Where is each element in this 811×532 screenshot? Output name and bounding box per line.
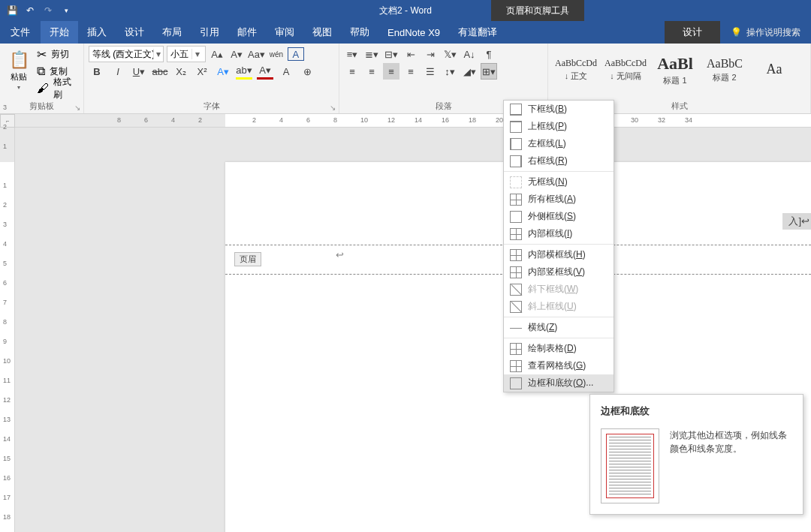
- brush-icon: 🖌: [37, 82, 49, 95]
- border-pattern-icon: [510, 176, 522, 188]
- strikethrough-button[interactable]: abc: [152, 63, 168, 80]
- tab-view[interactable]: 视图: [303, 21, 341, 44]
- text-direction-button[interactable]: 𝕏▾: [442, 46, 458, 62]
- border-menu-item[interactable]: 外侧框线(S): [504, 208, 614, 225]
- border-pattern-icon: [510, 121, 522, 133]
- border-menu-item[interactable]: 边框和底纹(O)...: [504, 374, 614, 392]
- multilevel-button[interactable]: ⊟▾: [383, 46, 399, 62]
- font-size-combo[interactable]: 小五▾: [167, 46, 206, 62]
- align-left-button[interactable]: ≡: [344, 63, 360, 80]
- border-menu-item[interactable]: 绘制表格(D): [504, 340, 614, 357]
- border-pattern-icon: [510, 266, 522, 278]
- lightbulb-icon: 💡: [731, 27, 742, 38]
- distribute-button[interactable]: ☰: [422, 63, 439, 80]
- char-shading-button[interactable]: A: [278, 63, 294, 80]
- ruler-corner: ⌐: [0, 114, 15, 128]
- style-item-2[interactable]: AaBl标题 1: [652, 49, 698, 91]
- redo-icon[interactable]: ↷: [41, 3, 56, 18]
- border-menu-item: 斜上框线(U): [504, 298, 614, 315]
- scissors-icon: ✂: [37, 47, 47, 62]
- align-center-button[interactable]: ≡: [363, 63, 380, 80]
- char-border-button[interactable]: A: [288, 47, 304, 61]
- enclose-char-button[interactable]: ⊕: [299, 63, 315, 80]
- title-bar: 💾 ↶ ↷ ▾ 文档2 - Word 页眉和页脚工具: [0, 0, 811, 21]
- paste-button[interactable]: 📋 粘贴 ▾: [5, 46, 34, 95]
- bullets-button[interactable]: ≡▾: [344, 46, 360, 62]
- border-pattern-icon: [510, 211, 522, 223]
- border-pattern-icon: [510, 249, 522, 261]
- tooltip-title: 边框和底纹: [601, 405, 792, 418]
- border-menu-item[interactable]: 左框线(L): [504, 135, 614, 152]
- underline-button[interactable]: U▾: [131, 63, 147, 80]
- highlight-button[interactable]: ab▾: [236, 63, 252, 80]
- font-color-button[interactable]: A▾: [257, 63, 273, 80]
- format-painter-button[interactable]: 🖌格式刷: [37, 80, 79, 97]
- tab-youdao[interactable]: 有道翻译: [449, 21, 506, 44]
- borders-button[interactable]: ⊞▾: [481, 63, 497, 80]
- border-pattern-icon: [510, 377, 522, 389]
- grow-font-button[interactable]: A▴: [209, 46, 225, 62]
- style-item-0[interactable]: AaBbCcDd↓ 正文: [553, 49, 599, 91]
- border-menu-item[interactable]: 上框线(P): [504, 118, 614, 135]
- border-pattern-icon: [510, 228, 522, 240]
- sort-button[interactable]: A↓: [461, 46, 478, 62]
- border-menu-item[interactable]: 所有框线(A): [504, 191, 614, 208]
- increase-indent-button[interactable]: ⇥: [422, 46, 439, 62]
- border-menu-item[interactable]: 内部横框线(H): [504, 246, 614, 263]
- superscript-button[interactable]: X²: [194, 63, 210, 80]
- borders-shading-tooltip: 边框和底纹 浏览其他边框选项，例如线条颜色和线条宽度。: [589, 394, 803, 515]
- phonetic-guide-button[interactable]: wén: [268, 46, 285, 62]
- border-menu-item[interactable]: 下框线(B): [504, 101, 614, 118]
- font-launcher[interactable]: ↘: [330, 104, 336, 112]
- tab-layout[interactable]: 布局: [153, 21, 191, 44]
- tab-home[interactable]: 开始: [41, 21, 78, 44]
- cut-button[interactable]: ✂剪切: [37, 46, 79, 62]
- decrease-indent-button[interactable]: ⇤: [402, 46, 419, 62]
- tab-design[interactable]: 设计: [116, 21, 153, 44]
- tab-review[interactable]: 审阅: [266, 21, 303, 44]
- border-pattern-icon: [510, 104, 522, 116]
- quick-access-toolbar: 💾 ↶ ↷ ▾: [0, 3, 78, 18]
- clipboard-launcher[interactable]: ↘: [74, 104, 80, 112]
- tab-endnote[interactable]: EndNote X9: [378, 21, 449, 44]
- shading-button[interactable]: ◢▾: [461, 63, 478, 80]
- justify-button[interactable]: ≡: [402, 63, 419, 80]
- tab-insert[interactable]: 插入: [78, 21, 116, 44]
- border-pattern-icon: [510, 360, 522, 372]
- tab-references[interactable]: 引用: [191, 21, 228, 44]
- tab-file[interactable]: 文件: [0, 21, 41, 44]
- tab-context-design[interactable]: 设计: [665, 21, 720, 44]
- clipboard-icon: 📋: [9, 50, 29, 70]
- qat-customize-icon[interactable]: ▾: [59, 3, 74, 18]
- border-menu-item[interactable]: 无框线(N): [504, 173, 614, 191]
- vertical-ruler[interactable]: 3211234567891011121314151617181920: [0, 128, 15, 532]
- style-item-4[interactable]: Aa: [751, 49, 797, 91]
- bold-button[interactable]: B: [89, 63, 105, 80]
- align-right-button[interactable]: ≡: [383, 63, 399, 80]
- text-effects-button[interactable]: A▾: [215, 63, 231, 80]
- show-marks-button[interactable]: ¶: [481, 46, 497, 62]
- shrink-font-button[interactable]: A▾: [228, 46, 245, 62]
- line-spacing-button[interactable]: ↕▾: [442, 63, 458, 80]
- style-item-1[interactable]: AaBbCcDd↓ 无间隔: [602, 49, 649, 91]
- horizontal-ruler[interactable]: ⌐ 8642246810121416182022242628303234: [0, 114, 811, 128]
- change-case-button[interactable]: Aa▾: [248, 46, 265, 62]
- border-menu-item[interactable]: 内部竖框线(V): [504, 263, 614, 281]
- border-menu-item[interactable]: 横线(Z): [504, 319, 614, 336]
- border-menu-item[interactable]: 查看网格线(G): [504, 357, 614, 374]
- font-name-combo[interactable]: 等线 (西文正文)▾: [89, 46, 164, 62]
- tell-me-search[interactable]: 💡 操作说明搜索: [720, 21, 811, 44]
- tab-mailings[interactable]: 邮件: [228, 21, 266, 44]
- border-menu-item[interactable]: 右框线(R): [504, 152, 614, 170]
- italic-button[interactable]: I: [110, 63, 126, 80]
- save-icon[interactable]: 💾: [5, 3, 20, 18]
- border-pattern-icon: [510, 343, 522, 355]
- paragraph-mark-icon: ↩: [336, 249, 344, 260]
- numbering-button[interactable]: ≣▾: [363, 46, 380, 62]
- border-menu-item[interactable]: 内部框线(I): [504, 225, 614, 242]
- border-pattern-icon: [510, 284, 522, 296]
- subscript-button[interactable]: X₂: [173, 63, 189, 80]
- style-item-3[interactable]: AaBbC标题 2: [701, 49, 748, 91]
- tab-help[interactable]: 帮助: [341, 21, 378, 44]
- undo-icon[interactable]: ↶: [23, 3, 38, 18]
